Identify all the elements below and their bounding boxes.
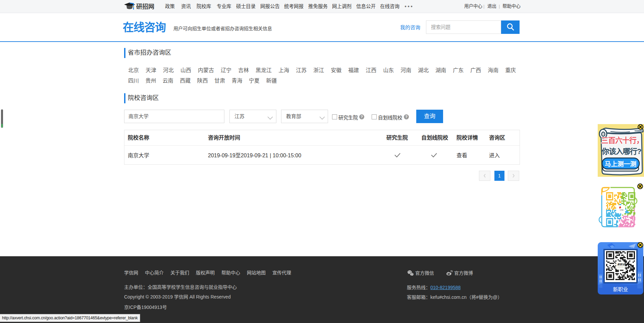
svg-text:三百六十行，: 三百六十行， (601, 136, 643, 145)
svg-text:新职业: 新职业 (618, 263, 626, 266)
svg-text:CHSI: CHSI (620, 209, 624, 211)
svg-text:新职业: 新职业 (613, 286, 628, 292)
svg-text:马上测一测: 马上测一测 (604, 161, 636, 168)
svg-text:你该入哪行?: 你该入哪行? (601, 147, 641, 156)
